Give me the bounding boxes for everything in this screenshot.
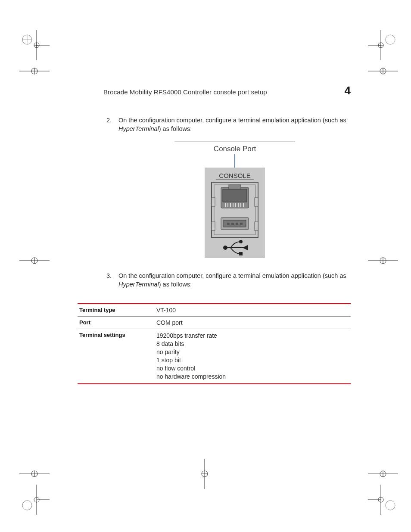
row-value: 19200bps transfer rate 8 data bits no pa…	[155, 329, 351, 384]
svg-point-33	[380, 471, 386, 477]
running-header: Brocade Mobility RFS4000 Controller cons…	[78, 84, 351, 97]
table-row: Port COM port	[78, 317, 351, 329]
svg-point-30	[202, 471, 208, 477]
svg-point-18	[380, 68, 386, 74]
svg-point-5	[34, 43, 39, 48]
crop-mark-icon	[368, 246, 398, 276]
svg-point-35	[22, 501, 32, 510]
crop-mark-icon	[190, 459, 220, 489]
crop-mark-icon	[19, 459, 50, 489]
svg-point-41	[378, 497, 383, 502]
page: Brocade Mobility RFS4000 Controller cons…	[0, 0, 411, 532]
crop-mark-icon	[368, 30, 398, 60]
svg-rect-45	[205, 168, 265, 258]
terminal-settings-table: Terminal type VT-100 Port COM port Termi…	[78, 303, 351, 384]
row-value: COM port	[155, 317, 351, 329]
step-3: 3. On the configuration computer, config…	[118, 272, 351, 289]
page-title: Brocade Mobility RFS4000 Controller cons…	[78, 88, 267, 96]
crop-mark-icon	[368, 56, 398, 86]
svg-rect-69	[240, 223, 243, 225]
crop-mark-icon	[368, 459, 398, 489]
svg-rect-65	[224, 220, 246, 227]
svg-point-24	[380, 258, 386, 264]
crop-mark-icon	[19, 485, 50, 515]
table-row: Terminal type VT-100	[78, 304, 351, 317]
svg-point-27	[31, 471, 37, 477]
svg-point-10	[378, 43, 383, 48]
usb-port-icon	[221, 218, 249, 230]
step-number: 3.	[106, 272, 112, 280]
svg-rect-68	[236, 223, 238, 225]
svg-rect-50	[255, 198, 258, 206]
svg-rect-49	[212, 198, 215, 206]
step-text: On the configuration computer, configure…	[118, 272, 346, 288]
svg-rect-67	[231, 223, 234, 225]
panel-label: CONSOLE	[219, 172, 250, 179]
figure-title: Console Port	[213, 145, 256, 153]
svg-point-42	[386, 501, 395, 510]
svg-point-38	[34, 497, 39, 502]
crop-mark-icon	[368, 485, 398, 515]
row-value: VT-100	[155, 304, 351, 317]
svg-rect-52	[255, 222, 258, 230]
svg-point-13	[386, 35, 395, 44]
svg-point-0	[22, 35, 32, 44]
svg-rect-54	[223, 189, 247, 202]
row-label: Terminal type	[78, 304, 155, 317]
step-text: On the configuration computer, configure…	[118, 117, 346, 132]
svg-point-15	[31, 68, 37, 74]
crop-mark-icon	[19, 246, 50, 276]
crop-mark-icon	[19, 56, 50, 86]
svg-rect-55	[229, 185, 241, 189]
svg-point-21	[31, 258, 37, 264]
step-2: 2. On the configuration computer, config…	[118, 116, 351, 261]
step-number: 2.	[106, 116, 112, 125]
console-port-figure: Console Port CONSOLE	[174, 141, 295, 261]
row-label: Terminal settings	[78, 329, 155, 384]
rj45-port-icon	[221, 185, 249, 208]
svg-point-72	[240, 240, 242, 243]
crop-mark-icon	[19, 30, 50, 60]
chapter-number: 4	[345, 84, 351, 97]
svg-rect-66	[227, 223, 230, 225]
row-label: Port	[78, 317, 155, 329]
table-row: Terminal settings 19200bps transfer rate…	[78, 329, 351, 384]
svg-rect-51	[212, 222, 215, 230]
svg-rect-73	[240, 252, 242, 255]
